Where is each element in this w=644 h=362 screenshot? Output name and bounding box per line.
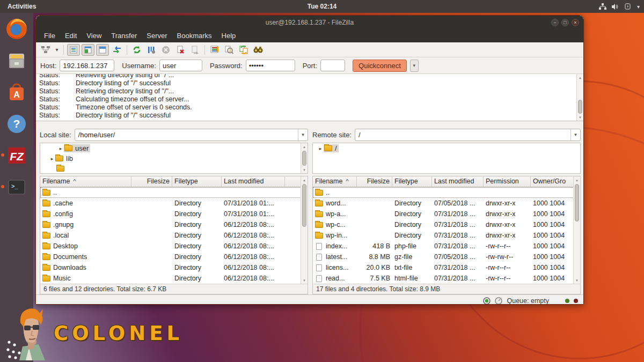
file-row[interactable]: .gnupg Directory06/12/2018 08:...: [40, 219, 308, 230]
menu-view[interactable]: View: [82, 29, 106, 42]
toggle-queue-button[interactable]: [96, 44, 109, 56]
combo-dropdown-icon[interactable]: ▾: [570, 129, 580, 141]
file-row[interactable]: .local Directory06/12/2018 08:...: [40, 230, 308, 241]
file-row[interactable]: Downloads Directory06/12/2018 08:...: [40, 262, 308, 273]
system-menu-caret-icon[interactable]: ▾: [637, 4, 640, 10]
port-input[interactable]: [320, 60, 345, 71]
file-row[interactable]: licens... 20.0 KBtxt-file07/31/2018 ...-…: [313, 262, 580, 273]
scroll-up-icon[interactable]: ▴: [301, 177, 308, 183]
dock-item-filezilla[interactable]: FZ: [5, 144, 28, 167]
site-manager-button[interactable]: [39, 44, 52, 56]
menu-transfer[interactable]: Transfer: [106, 29, 142, 42]
scroll-thumb[interactable]: [302, 184, 306, 227]
scroll-down-icon[interactable]: ▾: [574, 277, 580, 283]
scroll-down-icon[interactable]: ▾: [577, 114, 583, 120]
remote-directory-tree[interactable]: ▸ /: [312, 143, 581, 174]
column-header-filetype[interactable]: Filetype: [172, 176, 222, 187]
file-row[interactable]: Documents Directory06/12/2018 08:...: [40, 252, 308, 262]
scroll-up-icon[interactable]: ▴: [577, 75, 583, 80]
quickconnect-dropdown[interactable]: ▾: [410, 60, 419, 72]
maximize-button[interactable]: □: [561, 19, 569, 26]
local-site-combo[interactable]: /home/user/ ▾: [75, 129, 308, 141]
tree-row[interactable]: ▸ lib: [40, 153, 308, 164]
site-manager-dropdown[interactable]: ▾: [54, 47, 60, 53]
column-header-filesize[interactable]: Filesize: [357, 176, 392, 187]
tree-scrollbar[interactable]: ▴ ▾: [301, 143, 308, 173]
file-row[interactable]: Desktop Directory06/12/2018 08:...: [40, 241, 308, 252]
file-row[interactable]: wp-in... Directory07/31/2018 ...drwxr-xr…: [313, 230, 580, 241]
column-header-filetype[interactable]: Filetype: [392, 176, 432, 187]
file-row[interactable]: wp-c... Directory07/31/2018 ...drwxr-xr-…: [313, 219, 580, 230]
tree-row-clipped[interactable]: [40, 164, 308, 174]
expander-icon[interactable]: ▸: [317, 146, 324, 151]
menu-bookmarks[interactable]: Bookmarks: [172, 29, 217, 42]
file-row[interactable]: ..: [313, 187, 580, 198]
column-header-filesize[interactable]: Filesize: [131, 176, 172, 187]
column-header-modified[interactable]: Last modified: [222, 176, 285, 187]
close-button[interactable]: ×: [572, 19, 579, 26]
log-scrollbar[interactable]: ▴ ▾: [576, 74, 583, 121]
scroll-down-icon[interactable]: ▾: [301, 167, 308, 173]
file-row[interactable]: .cache Directory07/31/2018 01:...: [40, 198, 308, 209]
toggle-processing-button[interactable]: [111, 44, 123, 56]
compare-directories-button[interactable]: [252, 44, 265, 56]
dock-item-files[interactable]: [5, 49, 28, 72]
titlebar[interactable]: user@192.168.1.237 - FileZilla − □ ×: [36, 16, 583, 29]
dock-item-software[interactable]: A: [5, 80, 28, 104]
username-input[interactable]: [159, 60, 202, 71]
directory-comparison-button[interactable]: [208, 44, 221, 56]
file-row[interactable]: latest... 8.8 MBgz-file07/05/2018 ...-rw…: [313, 252, 580, 262]
scroll-thumb[interactable]: [302, 151, 306, 166]
file-row[interactable]: read... 7.5 KBhtml-file07/31/2018 ...-rw…: [313, 273, 580, 284]
menu-file[interactable]: File: [39, 29, 60, 42]
reconnect-button[interactable]: [188, 44, 201, 56]
expander-icon[interactable]: ▸: [57, 146, 64, 151]
cancel-button[interactable]: [159, 44, 172, 56]
remote-site-combo[interactable]: / ▾: [355, 129, 581, 141]
remote-list-scrollbar[interactable]: ▴ ▾: [573, 176, 580, 284]
column-header-owner[interactable]: Owner/Gro: [531, 176, 574, 187]
file-row[interactable]: Music Directory06/12/2018 08:...: [40, 273, 308, 284]
scroll-thumb[interactable]: [578, 100, 582, 114]
find-files-button[interactable]: [223, 44, 236, 56]
tree-row[interactable]: ▸ /: [313, 143, 580, 153]
host-input[interactable]: [60, 60, 114, 71]
folder-icon: [42, 233, 50, 239]
dock-item-terminal[interactable]: >_: [5, 175, 28, 199]
scroll-up-icon[interactable]: ▴: [301, 144, 308, 150]
password-input[interactable]: [246, 60, 295, 71]
scroll-down-icon[interactable]: ▾: [301, 277, 308, 283]
dock-item-firefox[interactable]: [5, 17, 28, 41]
synchronized-browsing-button[interactable]: [237, 44, 250, 56]
refresh-button[interactable]: [130, 44, 143, 56]
file-row[interactable]: wp-a... Directory07/31/2018 ...drwxr-xr-…: [313, 209, 580, 219]
expander-icon[interactable]: ▸: [49, 156, 55, 161]
tree-row[interactable]: ▸ user: [40, 143, 308, 153]
menu-help[interactable]: Help: [217, 29, 241, 42]
menu-edit[interactable]: Edit: [60, 29, 82, 42]
clock[interactable]: Tue 02:14: [0, 3, 644, 10]
quickconnect-button[interactable]: Quickconnect: [353, 60, 407, 72]
scroll-thumb[interactable]: [575, 184, 579, 221]
combo-dropdown-icon[interactable]: ▾: [298, 129, 308, 141]
column-header-modified[interactable]: Last modified: [432, 176, 484, 187]
message-log[interactable]: Status:Retrieving directory listing of "…: [36, 74, 583, 121]
column-header-filename[interactable]: Filename^: [40, 176, 131, 187]
minimize-button[interactable]: −: [551, 19, 559, 26]
toggle-log-button[interactable]: [67, 44, 80, 56]
column-header-permission[interactable]: Permission: [484, 176, 531, 187]
file-row[interactable]: word... Directory07/05/2018 ...drwxr-xr-…: [313, 198, 580, 209]
disconnect-button[interactable]: [174, 44, 187, 56]
local-list-scrollbar[interactable]: ▴ ▾: [301, 176, 308, 284]
file-row[interactable]: index... 418 Bphp-file07/31/2018 ...-rw-…: [313, 241, 580, 252]
file-row[interactable]: ..: [40, 187, 308, 198]
local-directory-tree[interactable]: ▸ user ▸ lib ▴ ▾: [40, 143, 308, 174]
dock-item-help[interactable]: ?: [5, 112, 28, 136]
toggle-trees-button[interactable]: [82, 44, 94, 56]
column-header-filename[interactable]: Filename^: [313, 176, 357, 187]
file-row[interactable]: .config Directory07/31/2018 01:...: [40, 209, 308, 219]
scroll-up-icon[interactable]: ▴: [574, 177, 580, 183]
pane-splitter[interactable]: [36, 121, 583, 127]
menu-server[interactable]: Server: [142, 29, 172, 42]
filter-button[interactable]: [145, 44, 158, 56]
